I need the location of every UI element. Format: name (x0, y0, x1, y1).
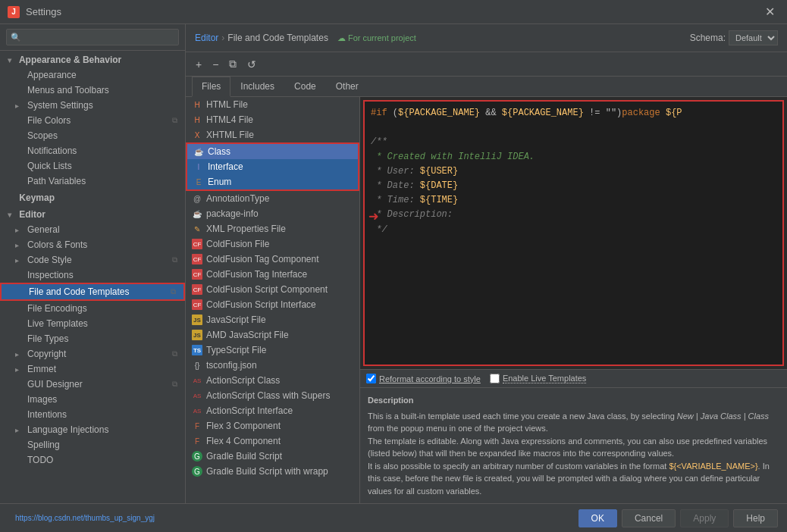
file-item-tsconfig[interactable]: {} tsconfig.json (186, 358, 359, 373)
for-project-badge: ☁ For current project (337, 33, 416, 43)
file-item-enum[interactable]: E Enum (187, 174, 358, 189)
file-item-xhtml[interactable]: X XHTML File (186, 127, 359, 142)
sidebar-item-emmet[interactable]: Emmet (0, 361, 185, 377)
schema-select[interactable]: Default (729, 30, 778, 45)
file-item-cf-script-int[interactable]: CF ColdFusion Script Interface (186, 297, 359, 312)
sidebar-item-images[interactable]: Images (0, 392, 185, 407)
sidebar-item-code-style[interactable]: Code Style ⧉ (0, 252, 185, 268)
sidebar-item-file-code-templates[interactable]: File and Code Templates ⧉ (0, 283, 185, 301)
close-button[interactable]: ✕ (760, 3, 779, 20)
sidebar-item-intentions[interactable]: Intentions (0, 407, 185, 422)
file-item-cf-tag-int[interactable]: CF ColdFusion Tag Interface (186, 267, 359, 282)
code-editor[interactable]: #if (${PACKAGE_NAME} && ${PACKAGE_NAME} … (363, 100, 784, 366)
schema-bar: Schema: Default (690, 30, 778, 45)
file-item-cf-tag-comp[interactable]: CF ColdFusion Tag Component (186, 252, 359, 267)
file-item-flex4[interactable]: F Flex 4 Component (186, 433, 359, 449)
file-item-gradle-wrap[interactable]: G Gradle Build Script with wrapp (186, 464, 359, 479)
cancel-button[interactable]: Cancel (622, 509, 676, 527)
tab-other[interactable]: Other (326, 77, 368, 96)
file-item-amd-js[interactable]: JS AMD JavaScript File (186, 327, 359, 343)
sidebar-item-spelling[interactable]: Spelling (0, 437, 185, 452)
breadcrumb-editor[interactable]: Editor (195, 33, 218, 43)
file-item-as-class-supers[interactable]: AS ActionScript Class with Supers (186, 388, 359, 403)
sidebar-item-path-variables[interactable]: Path Variables (0, 174, 185, 189)
ok-button[interactable]: OK (578, 509, 617, 527)
live-templates-checkbox[interactable] (490, 374, 500, 383)
file-item-js[interactable]: JS JavaScript File (186, 312, 359, 327)
reformat-label[interactable]: Reformat according to style (379, 374, 481, 383)
cf-tag-int-icon: CF (192, 269, 202, 280)
reformat-checkbox[interactable] (366, 374, 376, 383)
sidebar-section-appearance-behavior[interactable]: Appearance & Behavior (0, 51, 185, 67)
cf-script-comp-icon: CF (192, 284, 202, 295)
sidebar-section-editor[interactable]: Editor (0, 205, 185, 222)
file-item-cf[interactable]: CF ColdFusion File (186, 236, 359, 252)
sidebar-item-quick-lists[interactable]: Quick Lists (0, 158, 185, 174)
code-line-4: * Created with IntelliJ IDEA. (371, 150, 776, 164)
sidebar-item-inspections[interactable]: Inspections (0, 268, 185, 283)
live-templates-checkbox-label[interactable]: Enable Live Templates (490, 374, 586, 383)
file-item-interface[interactable]: I Interface (187, 159, 358, 174)
code-content: #if (${PACKAGE_NAME} && ${PACKAGE_NAME} … (365, 102, 782, 365)
content-split: H HTML File H HTML4 File X XHTML File ☕ … (186, 97, 787, 503)
status-url: https://blog.csdn.net/thumbs_up_sign_ygj (9, 514, 155, 522)
file-item-gradle[interactable]: G Gradle Build Script (186, 449, 359, 464)
file-item-package-info[interactable]: ☕ package-info (186, 206, 359, 221)
sidebar-item-gui-designer[interactable]: GUI Designer ⧉ (0, 377, 185, 392)
file-item-class[interactable]: ☕ Class (187, 144, 358, 159)
sidebar-item-file-colors[interactable]: File Colors ⧉ (0, 113, 185, 128)
sidebar-item-live-templates[interactable]: Live Templates (0, 316, 185, 331)
sidebar-section-keymap[interactable]: Keymap (0, 189, 185, 205)
file-item-cf-script-comp[interactable]: CF ColdFusion Script Component (186, 282, 359, 297)
file-item-flex3[interactable]: F Flex 3 Component (186, 418, 359, 433)
remove-button[interactable]: − (209, 56, 222, 73)
file-item-xml-props[interactable]: ✎ XML Properties File (186, 221, 359, 236)
copy-icon-copyright: ⧉ (172, 349, 177, 358)
sidebar-item-appearance[interactable]: Appearance (0, 67, 185, 83)
reset-button[interactable]: ↺ (243, 56, 260, 73)
sidebar-item-todo[interactable]: TODO (0, 452, 185, 468)
file-item-ts[interactable]: TS TypeScript File (186, 343, 359, 358)
file-item-as-class[interactable]: AS ActionScript Class (186, 373, 359, 388)
sidebar-item-copyright[interactable]: Copyright ⧉ (0, 346, 185, 361)
bottom-bar: https://blog.csdn.net/thumbs_up_sign_ygj… (0, 503, 787, 532)
ts-icon: TS (192, 345, 202, 355)
flex4-icon: F (192, 436, 202, 446)
apply-button[interactable]: Apply (680, 509, 729, 527)
app-icon: J (8, 6, 20, 18)
tab-code[interactable]: Code (284, 77, 326, 96)
tab-files[interactable]: Files (192, 77, 230, 97)
sidebar-item-language-injections[interactable]: Language Injections (0, 422, 185, 437)
reformat-checkbox-label[interactable]: Reformat according to style (366, 374, 481, 383)
sidebar-item-scopes[interactable]: Scopes (0, 128, 185, 143)
sidebar-item-notifications[interactable]: Notifications (0, 143, 185, 158)
file-item-html4[interactable]: H HTML4 File (186, 112, 359, 127)
copy-icon: ⧉ (172, 116, 177, 125)
add-button[interactable]: + (192, 56, 205, 73)
file-item-annotation[interactable]: @ AnnotationType (186, 191, 359, 206)
cf-tag-comp-icon: CF (192, 254, 202, 264)
file-item-html[interactable]: H HTML File (186, 97, 359, 112)
sidebar-item-colors-fonts[interactable]: Colors & Fonts (0, 237, 185, 252)
cf-script-int-icon: CF (192, 299, 202, 310)
sidebar-item-file-types[interactable]: File Types (0, 331, 185, 346)
live-templates-label[interactable]: Enable Live Templates (503, 374, 586, 383)
description-title: Description (368, 394, 779, 407)
xml-icon: ✎ (192, 224, 202, 234)
enum-icon: E (193, 177, 204, 187)
sidebar-item-system-settings[interactable]: System Settings (0, 98, 185, 113)
sidebar-item-file-encodings[interactable]: File Encodings (0, 301, 185, 316)
sidebar-item-general[interactable]: General (0, 222, 185, 237)
title-bar: J Settings ✕ (0, 0, 787, 24)
main-container: 🔍 Appearance & Behavior Appearance Menus… (0, 24, 787, 503)
copy-button[interactable]: ⧉ (225, 55, 240, 73)
editor-panel: #if (${PACKAGE_NAME} && ${PACKAGE_NAME} … (360, 97, 787, 503)
tab-includes[interactable]: Includes (230, 77, 284, 96)
search-icon: 🔍 (11, 33, 21, 42)
help-button[interactable]: Help (733, 509, 778, 527)
code-line-3: /** (371, 135, 776, 149)
file-item-as-interface[interactable]: AS ActionScript Interface (186, 403, 359, 418)
search-input[interactable] (6, 29, 179, 45)
code-line-8: * Description: (371, 208, 776, 222)
sidebar-item-menus-toolbars[interactable]: Menus and Toolbars (0, 83, 185, 98)
